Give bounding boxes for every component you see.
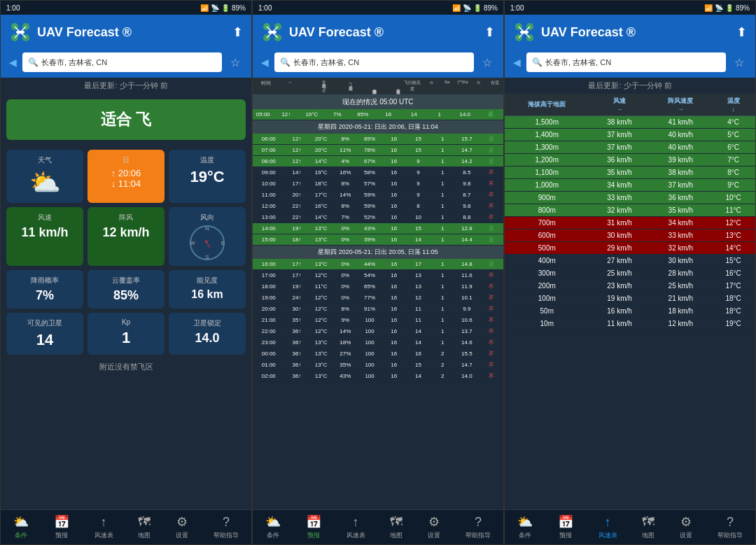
search-input-1[interactable]: 🔍 长春市, 吉林省, CN [22, 52, 222, 72]
cloud-tile[interactable]: 云覆盖率 85% [88, 270, 164, 309]
gust-label: 阵风 [93, 213, 159, 222]
wind-dir-label: 风向 [174, 213, 240, 222]
grid-row-4: 可见的卫星 14 Kp 1 卫星锁定 14.0 [6, 313, 246, 355]
wind-dir-tile[interactable]: 风向 N S E W ↑ [169, 207, 246, 266]
forecast-row-item: 17:0017↑12°C0%54%1613111.6不 [253, 270, 503, 281]
settings-icon-3: ⚙ [680, 514, 692, 530]
update-text-1: 最后更新: 少于一分钟 前 [1, 78, 251, 94]
nav-forecast-2[interactable]: 📅 预报 [306, 514, 321, 540]
compass-n: N [205, 225, 209, 232]
share-icon-1[interactable]: ⬆ [232, 24, 243, 40]
gust-value: 12 km/h [93, 225, 159, 240]
nav-help-2[interactable]: ? 帮助指导 [465, 515, 491, 540]
temp-label: 温度 [174, 155, 240, 165]
nav-help-1[interactable]: ? 帮助指导 [214, 515, 239, 540]
location-icon-1: ◀ [9, 57, 17, 68]
nav-map-1[interactable]: 🗺 地图 [138, 515, 150, 540]
settings-label-1: 设置 [176, 531, 188, 540]
wind-speed-value: 11 km/h [12, 225, 78, 240]
nav-map-3[interactable]: 🗺 地图 [642, 515, 654, 540]
nav-conditions-2[interactable]: ⛅ 条件 [265, 514, 281, 540]
phone-screen-1: 1:00 📶 📡 🔋 89% UAV F [0, 0, 252, 545]
app-title-2: UAV Forecast ® [289, 25, 384, 40]
forecast-row-item: 11:0020↑17°C14%59%16918.7不 [253, 190, 503, 201]
status-time-1: 1:00 [6, 4, 20, 12]
header-left-1: UAV Forecast ® [9, 21, 132, 43]
forecast-row-item: 02:0036↑13°C43%1001614214.0不 [253, 371, 503, 382]
col-kpstar: |**|Kp [454, 79, 472, 93]
nav-forecast-3[interactable]: 📅 预报 [558, 514, 573, 540]
col-gust: 阵风(km/h) [300, 79, 328, 93]
weather-label: 天气 [12, 155, 78, 165]
satellites-tile[interactable]: 可见的卫星 14 [6, 313, 83, 355]
wind-col-gust: 阵风速度→ [650, 94, 712, 116]
search-input-2[interactable]: 🔍 长春市, 吉林省, CN [274, 52, 474, 72]
forecast-row-item: 12:0022↑16°C8%59%16819.8不 [253, 201, 503, 212]
nav-wind-3[interactable]: ↑ 风速表 [598, 515, 617, 540]
wind-col-temp: 温度↓ [711, 94, 755, 116]
wind-table-row: 1,200m36 km/h39 km/h7°C [505, 154, 755, 167]
nav-settings-3[interactable]: ⚙ 设置 [680, 514, 692, 540]
visibility-tile[interactable]: 能见度 16 km [169, 270, 246, 309]
forecast-row-item: 15:0018↑13°C0%39%1614114.4是 [253, 234, 503, 246]
settings-label-3: 设置 [680, 531, 692, 540]
forecast-row-item: 18:0019↑11°C0%65%1613111.9不 [253, 281, 503, 292]
wind-table-row: 1,000m34 km/h37 km/h9°C [505, 179, 755, 192]
star-icon-3[interactable]: ☆ [732, 56, 747, 69]
search-location-text-2: 长春市, 吉林省, CN [293, 57, 359, 68]
star-icon-2[interactable]: ☆ [479, 56, 495, 69]
nav-help-3[interactable]: ? 帮助指导 [718, 515, 743, 540]
gust-tile[interactable]: 阵风 12 km/h [88, 207, 164, 266]
forecast-row-item: 20:0030↑12°C8%91%161119.9不 [253, 304, 503, 315]
wind-table-body: 1,500m38 km/h41 km/h4°C1,400m37 km/h40 k… [505, 116, 755, 330]
app-title-1: UAV Forecast ® [37, 25, 132, 40]
nav-settings-1[interactable]: ⚙ 设置 [176, 514, 188, 540]
day-tile[interactable]: 日 ↑ 20:06 ↓ 11:04 [88, 150, 164, 203]
nav-conditions-1[interactable]: ⛅ 条件 [13, 514, 29, 540]
col-sat: ⊙ [423, 79, 440, 93]
grid-row-1: 天气 ⛅ 日 ↑ 20:06 ↓ 11:04 温度 19°C [6, 150, 246, 203]
status-time-2: 1:00 [258, 4, 272, 12]
app-title-3: UAV Forecast ® [541, 25, 636, 40]
search-input-3[interactable]: 🔍 长春市, 吉林省, CN [526, 52, 726, 72]
wind-icon-1: ↑ [101, 515, 107, 530]
sat-lock-tile[interactable]: 卫星锁定 14.0 [169, 313, 246, 355]
wind-speed-tile[interactable]: 风速 11 km/h [6, 207, 83, 266]
nav-map-2[interactable]: 🗺 地图 [390, 515, 402, 540]
help-icon-2: ? [475, 515, 482, 530]
sat-lock-value: 14.0 [174, 331, 240, 346]
forecast-row-item: 16:0017↑13°C0%44%1617114.8是 [253, 259, 503, 270]
forecast-rows-2: 16:0017↑13°C0%44%1617114.8是17:0017↑12°C0… [253, 259, 503, 382]
col-ok: ⊙ [472, 79, 486, 93]
col-vis-km: 飞行能见度 [402, 79, 422, 93]
conditions-label-2: 条件 [267, 531, 279, 540]
kp-tile[interactable]: Kp 1 [88, 313, 164, 355]
wind-table-container[interactable]: 海拔高于地面 风速→ 阵风速度→ 温度↓ 1,500m38 km/h41 km/… [505, 94, 755, 509]
rain-tile[interactable]: 降雨概率 7% [6, 270, 83, 309]
wind-table-row: 200m23 km/h25 km/h17°C [505, 280, 755, 292]
star-icon-1[interactable]: ☆ [227, 56, 243, 69]
settings-icon-2: ⚙ [428, 514, 440, 530]
wind-col-speed: 风速→ [589, 94, 650, 116]
wind-table-row: 900m33 km/h36 km/h10°C [505, 192, 755, 204]
share-icon-2[interactable]: ⬆ [484, 24, 495, 40]
bottom-nav-2: ⛅ 条件 📅 预报 ↑ 风速表 🗺 地图 ⚙ 设置 ? 帮助指导 [253, 509, 503, 544]
col-prob: 能见度概率 [354, 79, 378, 93]
search-icon-1: 🔍 [28, 57, 38, 67]
nav-wind-1[interactable]: ↑ 风速表 [94, 515, 113, 540]
forecast-row-item: 19:0024↑12°C0%77%1612110.1不 [253, 292, 503, 304]
forecast-table[interactable]: 现在的情况 05:00 UTC 05:00 12↑ 19°C 7% 85% 16… [253, 95, 503, 509]
grid-row-3: 降雨概率 7% 云覆盖率 85% 能见度 16 km [6, 270, 246, 309]
nav-wind-2[interactable]: ↑ 风速表 [346, 515, 365, 540]
share-icon-3[interactable]: ⬆ [736, 24, 747, 40]
compass-e: E [221, 240, 225, 246]
nav-forecast-1[interactable]: 📅 预报 [54, 514, 69, 540]
nav-conditions-3[interactable]: ⛅ 条件 [517, 514, 533, 540]
drone-icon-2 [261, 21, 284, 43]
search-location-text-3: 长春市, 吉林省, CN [545, 57, 611, 68]
temp-tile[interactable]: 温度 19°C [169, 150, 246, 203]
map-label-2: 地图 [390, 531, 402, 540]
weather-tile[interactable]: 天气 ⛅ [6, 150, 83, 203]
kp-label: Kp [93, 318, 159, 326]
nav-settings-2[interactable]: ⚙ 设置 [428, 514, 440, 540]
